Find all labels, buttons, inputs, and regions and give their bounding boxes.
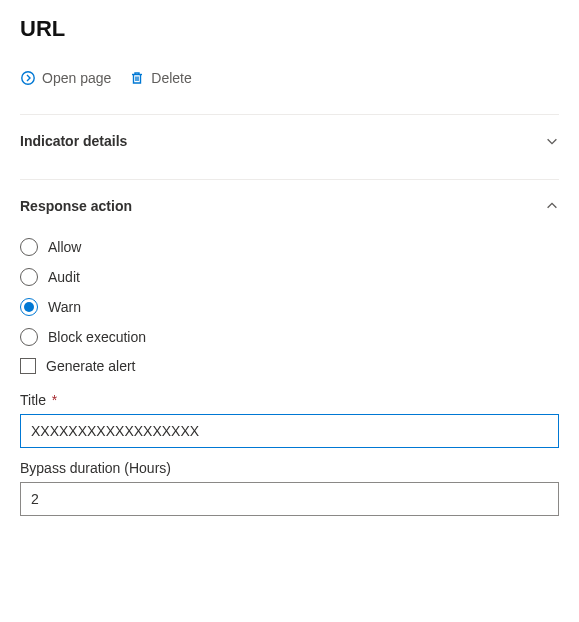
open-page-icon (20, 70, 36, 86)
response-action-body: Allow Audit Warn Block execution Generat… (20, 224, 559, 516)
radio-label-warn: Warn (48, 299, 81, 315)
delete-button[interactable]: Delete (129, 70, 191, 86)
section-title-response-action: Response action (20, 198, 132, 214)
trash-icon (129, 70, 145, 86)
checkbox-label-generate-alert: Generate alert (46, 358, 136, 374)
open-page-label: Open page (42, 70, 111, 86)
radio-label-allow: Allow (48, 239, 81, 255)
radio-block[interactable]: Block execution (20, 322, 559, 352)
section-header-indicator-details[interactable]: Indicator details (20, 133, 559, 159)
bypass-field-label: Bypass duration (Hours) (20, 460, 559, 476)
section-header-response-action[interactable]: Response action (20, 198, 559, 224)
chevron-up-icon (545, 199, 559, 213)
checkbox-generate-alert[interactable]: Generate alert (20, 352, 559, 380)
radio-audit[interactable]: Audit (20, 262, 559, 292)
open-page-button[interactable]: Open page (20, 70, 111, 86)
radio-dot-icon (24, 302, 34, 312)
required-asterisk: * (52, 392, 57, 408)
chevron-down-icon (545, 134, 559, 148)
radio-allow[interactable]: Allow (20, 232, 559, 262)
section-response-action: Response action Allow Audit Warn Block e… (20, 179, 559, 524)
page-title: URL (20, 16, 559, 42)
title-field-label: Title * (20, 392, 559, 408)
radio-label-block: Block execution (48, 329, 146, 345)
radio-warn[interactable]: Warn (20, 292, 559, 322)
delete-label: Delete (151, 70, 191, 86)
radio-label-audit: Audit (48, 269, 80, 285)
title-label-text: Title (20, 392, 46, 408)
bypass-duration-input[interactable] (20, 482, 559, 516)
radio-circle-icon (20, 268, 38, 286)
field-group-title: Title * (20, 392, 559, 448)
radio-circle-icon (20, 328, 38, 346)
svg-point-0 (22, 72, 34, 84)
section-indicator-details: Indicator details (20, 114, 559, 167)
title-input[interactable] (20, 414, 559, 448)
radio-circle-selected-icon (20, 298, 38, 316)
radio-circle-icon (20, 238, 38, 256)
action-bar: Open page Delete (20, 70, 559, 86)
checkbox-box-icon (20, 358, 36, 374)
field-group-bypass: Bypass duration (Hours) (20, 460, 559, 516)
section-title-indicator-details: Indicator details (20, 133, 127, 149)
